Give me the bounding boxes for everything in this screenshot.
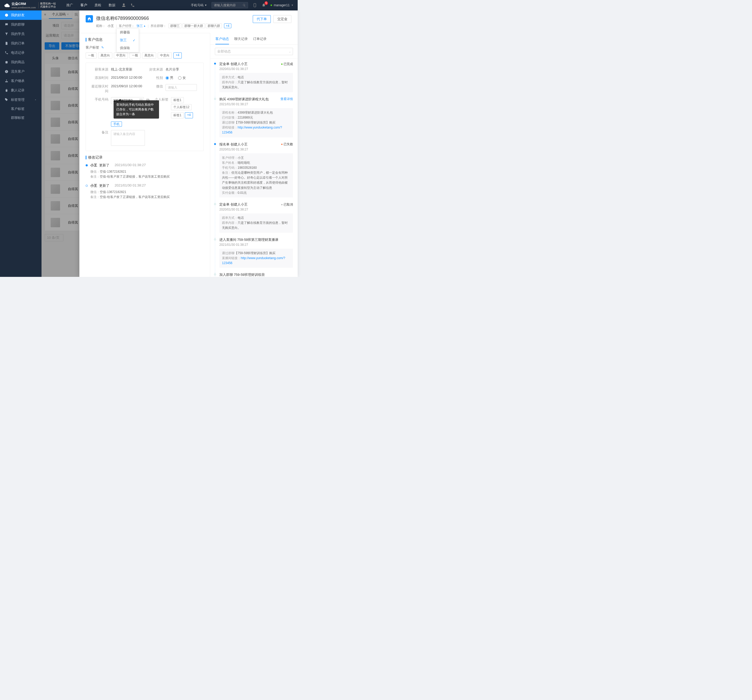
right-tab[interactable]: 订单记录 <box>253 37 267 44</box>
status-badge: 已取消 <box>281 202 293 207</box>
popover-option[interactable]: 师馨薇 <box>117 28 139 36</box>
sidebar-sub-item[interactable]: 客户标签 <box>0 104 42 114</box>
deposit-button[interactable]: 交定金 <box>273 15 291 23</box>
phone-prefix-tag[interactable]: 手机 <box>111 121 122 127</box>
personal-tag[interactable]: 标签1 <box>171 112 184 118</box>
chevron-up-icon <box>34 98 37 101</box>
activity-item: 进入直播间 759-59班第三期理财直播课2021/01/30 01:38:27… <box>215 237 293 273</box>
activity-item: 报名单 创建人小王已失败2020/01/30 01:38:27客户经理：小王客户… <box>215 142 293 202</box>
search-icon <box>242 4 246 7</box>
status-badge: 已失败 <box>281 142 293 147</box>
svg-rect-0 <box>254 3 256 7</box>
customer-drawer: 微信名称6789990000966 昵称：小王 | 客户经理：张三▲ | 所在群… <box>79 11 298 277</box>
customer-tag[interactable]: 高意向 <box>142 53 156 59</box>
user-icon[interactable] <box>122 3 126 7</box>
customer-avatar-icon <box>85 15 93 22</box>
right-tab[interactable]: 聊天记录 <box>234 37 248 44</box>
customer-tag[interactable]: 中意向 <box>158 53 172 59</box>
sex-female-radio[interactable]: 女 <box>178 75 186 80</box>
goods-icon <box>5 60 8 64</box>
sidebar-item[interactable]: 我的群聊 <box>0 20 42 29</box>
search-type-select[interactable]: 手机号码▼ <box>191 3 207 8</box>
sidebar: 我的好友我的群聊我的学员我的订单电话记录我的商品流失客户客户继承删人记录标签管理… <box>0 11 42 277</box>
proxy-order-button[interactable]: 代下单 <box>253 15 271 23</box>
topbar: 云朵CRM www.yunduocrm.com 教育机构一站 式服务云平台 推广… <box>0 0 298 11</box>
mod-log-item: 小王更新了2021/01/30 01:38:27微信：空值-1367218282… <box>85 184 204 199</box>
section-mod-log: 修改记录 <box>85 155 204 160</box>
user-menu[interactable]: manager11▼ <box>270 3 294 7</box>
logo-url: www.yunduocrm.com <box>11 6 36 9</box>
delete-icon <box>5 89 8 92</box>
manager-popover: 师馨薇张三俱保咏 <box>117 28 139 52</box>
popover-option[interactable]: 张三 <box>117 36 139 44</box>
sidebar-item[interactable]: 我的好友 <box>0 11 42 20</box>
activity-item: 购买 4399理财课进阶课程大礼包查看详情2021/01/30 01:38:27… <box>215 97 293 142</box>
logo-name: 云朵CRM <box>11 2 36 6</box>
topnav-客户[interactable]: 客户 <box>81 3 87 8</box>
sidebar-item[interactable]: 客户继承 <box>0 76 42 86</box>
wechat-input[interactable] <box>166 84 197 91</box>
search-input[interactable]: 请输入搜索内容 <box>211 2 248 8</box>
topnav-数据[interactable]: 数据 <box>109 3 115 8</box>
right-tab[interactable]: 客户动态 <box>215 37 229 44</box>
sex-male-radio[interactable]: 男 <box>166 75 173 80</box>
chat-icon <box>5 23 8 26</box>
inherit-icon <box>5 79 8 83</box>
status-badge: 已完成 <box>281 62 293 66</box>
topnav-质检[interactable]: 质检 <box>95 3 101 8</box>
group-chip[interactable]: 群聊一群大群 <box>183 23 205 28</box>
activity-filter-select[interactable]: 全部动态⌵ <box>215 48 293 55</box>
sidebar-item[interactable]: 删人记录 <box>0 86 42 95</box>
activity-item: 定金单 创建人小王已完成2020/01/30 01:38:27跟单方式：电话跟单… <box>215 62 293 97</box>
customer-tag[interactable]: 一般 <box>85 53 96 59</box>
filter-icon <box>5 32 8 36</box>
logo[interactable]: 云朵CRM www.yunduocrm.com 教育机构一站 式服务云平台 <box>4 2 56 9</box>
group-chip[interactable]: 群聊三 <box>168 23 182 28</box>
sidebar-sub-item[interactable]: 群聊标签 <box>0 114 42 122</box>
clock-icon <box>5 13 8 17</box>
mod-log-item: 小王更新了2021/01/30 01:38:27微信：空值-1367218282… <box>85 163 204 179</box>
bell-button[interactable]: 5 <box>262 3 266 8</box>
customer-tag[interactable]: 中意向 <box>114 53 128 59</box>
section-customer-info: 客户信息 <box>85 37 204 42</box>
sidebar-item[interactable]: 我的商品 <box>0 58 42 67</box>
personal-tags-more[interactable]: +4 <box>185 112 193 118</box>
group-chip[interactable]: 群聊六群 <box>206 23 222 28</box>
customer-title: 微信名称6789990000966 <box>96 15 250 22</box>
edit-tags-icon[interactable]: ✎ <box>101 46 104 49</box>
device-icon[interactable] <box>253 3 257 7</box>
topnav: 推广客户质检数据 <box>66 3 115 8</box>
order-icon <box>5 42 8 45</box>
groups-more[interactable]: +4 <box>224 23 232 28</box>
phone-exists-tooltip: 查询到此手机号码在系统中已存在，可以将两条客户数据合并为一条 <box>113 100 159 118</box>
activity-item: 定金单 创建人小王已取消2020/01/30 01:38:27跟单方式：电话跟单… <box>215 202 293 237</box>
customer-tag[interactable]: 高意向 <box>98 53 112 59</box>
svg-rect-2 <box>141 99 142 100</box>
phone-icon[interactable] <box>131 3 135 7</box>
activity-item: 加入群聊 759-59班理财训练营2021/01/30 01:38:27入群方式… <box>215 272 293 277</box>
sidebar-item[interactable]: 我的学员 <box>0 29 42 39</box>
tag-icon <box>5 98 8 102</box>
svg-rect-1 <box>140 99 141 100</box>
sidebar-item[interactable]: 标签管理 <box>0 95 42 104</box>
sidebar-item[interactable]: 电话记录 <box>0 48 42 58</box>
manager-select[interactable]: 张三▲ <box>137 24 146 28</box>
personal-tag[interactable]: 个人标签12 <box>171 104 192 110</box>
personal-tag[interactable]: 标签1 <box>171 97 184 103</box>
customer-tags-more[interactable]: +4 <box>173 53 182 59</box>
topnav-推广[interactable]: 推广 <box>66 3 73 8</box>
notification-badge: 5 <box>264 1 268 5</box>
customer-tag[interactable]: 一般 <box>129 53 140 59</box>
phone-icon <box>5 51 8 54</box>
view-detail-link[interactable]: 查看详情 <box>280 97 293 102</box>
popover-option[interactable]: 俱保咏 <box>117 44 139 52</box>
remark-textarea[interactable] <box>111 130 145 146</box>
sidebar-item[interactable]: 流失客户 <box>0 67 42 76</box>
sidebar-item[interactable]: 我的订单 <box>0 39 42 48</box>
lost-icon <box>5 70 8 73</box>
